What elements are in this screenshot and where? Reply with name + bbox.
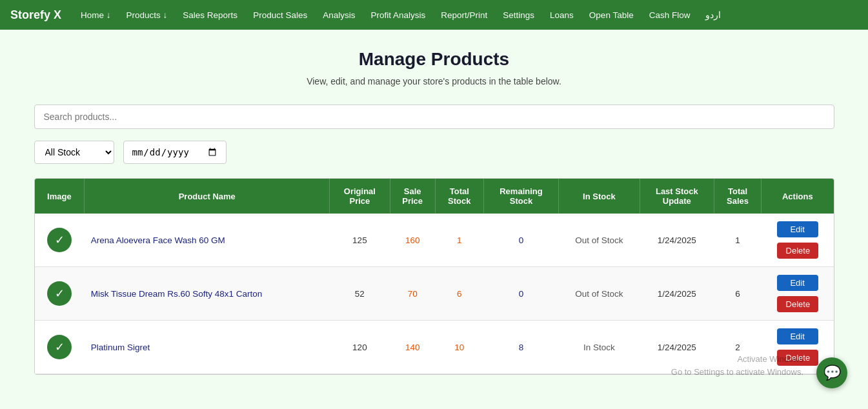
table-header-row: Image Product Name OriginalPrice SalePri…: [35, 179, 834, 214]
cell-last-update: 1/24/2025: [640, 267, 714, 321]
delete-button[interactable]: Delete: [777, 350, 818, 366]
cell-total-sales: 1: [714, 214, 762, 267]
cell-in-stock-status: Out of Stock: [559, 214, 640, 267]
col-total-sales: TotalSales: [714, 179, 762, 214]
search-container: [34, 105, 834, 129]
cell-sale-price: 160: [390, 214, 435, 267]
actions-container: Edit Delete: [768, 328, 827, 366]
table-row: ✓Platinum Sigret120140108In Stock1/24/20…: [35, 321, 834, 374]
cell-image: ✓: [35, 321, 85, 374]
cell-original-price: 125: [330, 214, 390, 267]
nav-cash-flow[interactable]: Cash Flow: [643, 6, 697, 24]
delete-button[interactable]: Delete: [777, 296, 818, 312]
nav-analysis[interactable]: Analysis: [316, 6, 361, 24]
nav-open-table[interactable]: Open Table: [583, 6, 640, 24]
cell-product-name: Misk Tissue Dream Rs.60 Softy 48x1 Carto…: [85, 267, 330, 321]
col-actions: Actions: [762, 179, 834, 214]
col-in-stock: In Stock: [559, 179, 640, 214]
cell-sale-price: 70: [390, 267, 435, 321]
nav-products[interactable]: Products ↓: [120, 6, 174, 24]
table-row: ✓Misk Tissue Dream Rs.60 Softy 48x1 Cart…: [35, 267, 834, 321]
product-check-icon: ✓: [47, 335, 72, 359]
filters-row: All Stock In Stock Out of Stock: [34, 141, 834, 164]
cell-remaining-stock: 0: [483, 214, 558, 267]
col-remaining-stock: RemainingStock: [483, 179, 558, 214]
cell-in-stock-status: In Stock: [559, 321, 640, 374]
col-image: Image: [35, 179, 85, 214]
brand-logo: Storefy X: [10, 8, 61, 22]
nav-product-sales[interactable]: Product Sales: [247, 6, 314, 24]
search-input[interactable]: [34, 105, 834, 129]
cell-total-stock: 10: [435, 321, 483, 374]
edit-button[interactable]: Edit: [777, 275, 818, 291]
nav-home[interactable]: Home ↓: [74, 6, 117, 24]
cell-product-name: Arena Aloevera Face Wash 60 GM: [85, 214, 330, 267]
edit-button[interactable]: Edit: [777, 328, 818, 344]
table-row: ✓Arena Aloevera Face Wash 60 GM12516010O…: [35, 214, 834, 267]
cell-product-name: Platinum Sigret: [85, 321, 330, 374]
cell-image: ✓: [35, 267, 85, 321]
cell-total-sales: 2: [714, 321, 762, 374]
cell-sale-price: 140: [390, 321, 435, 374]
product-check-icon: ✓: [47, 281, 72, 306]
chat-fab-button[interactable]: 💬: [816, 357, 847, 388]
cell-original-price: 120: [330, 321, 390, 374]
cell-last-update: 1/24/2025: [640, 321, 714, 374]
actions-container: Edit Delete: [768, 275, 827, 312]
cell-total-sales: 6: [714, 267, 762, 321]
nav-loans[interactable]: Loans: [543, 6, 580, 24]
stock-filter-select[interactable]: All Stock In Stock Out of Stock: [34, 141, 114, 164]
cell-remaining-stock: 0: [483, 267, 558, 321]
col-original-price: OriginalPrice: [330, 179, 390, 214]
actions-container: Edit Delete: [768, 221, 827, 259]
navbar: Storefy X Home ↓ Products ↓ Sales Report…: [0, 0, 868, 30]
nav-sales-reports[interactable]: Sales Reports: [176, 6, 244, 24]
cell-image: ✓: [35, 214, 85, 267]
cell-actions: Edit Delete: [762, 214, 834, 267]
chat-icon: 💬: [823, 364, 841, 381]
delete-button[interactable]: Delete: [777, 243, 818, 259]
nav-settings[interactable]: Settings: [496, 6, 541, 24]
nav-urdu[interactable]: اردو: [699, 6, 727, 24]
edit-button[interactable]: Edit: [777, 221, 818, 237]
product-check-icon: ✓: [47, 228, 72, 252]
cell-original-price: 52: [330, 267, 390, 321]
page-title: Manage Products: [26, 49, 842, 70]
nav-profit-analysis[interactable]: Profit Analysis: [364, 6, 432, 24]
cell-actions: Edit Delete: [762, 267, 834, 321]
col-sale-price: SalePrice: [390, 179, 435, 214]
col-last-update: Last StockUpdate: [640, 179, 714, 214]
cell-last-update: 1/24/2025: [640, 214, 714, 267]
page-content: Manage Products View, edit, and manage y…: [0, 30, 868, 394]
nav-report-print[interactable]: Report/Print: [434, 6, 494, 24]
col-product-name: Product Name: [85, 179, 330, 214]
cell-total-stock: 1: [435, 214, 483, 267]
date-filter-input[interactable]: [123, 141, 227, 164]
cell-in-stock-status: Out of Stock: [559, 267, 640, 321]
page-subtitle: View, edit, and manage your store's prod…: [26, 76, 842, 86]
cell-remaining-stock: 8: [483, 321, 558, 374]
col-total-stock: TotalStock: [435, 179, 483, 214]
products-table-wrapper: Image Product Name OriginalPrice SalePri…: [34, 178, 834, 375]
products-table: Image Product Name OriginalPrice SalePri…: [35, 179, 834, 374]
cell-total-stock: 6: [435, 267, 483, 321]
